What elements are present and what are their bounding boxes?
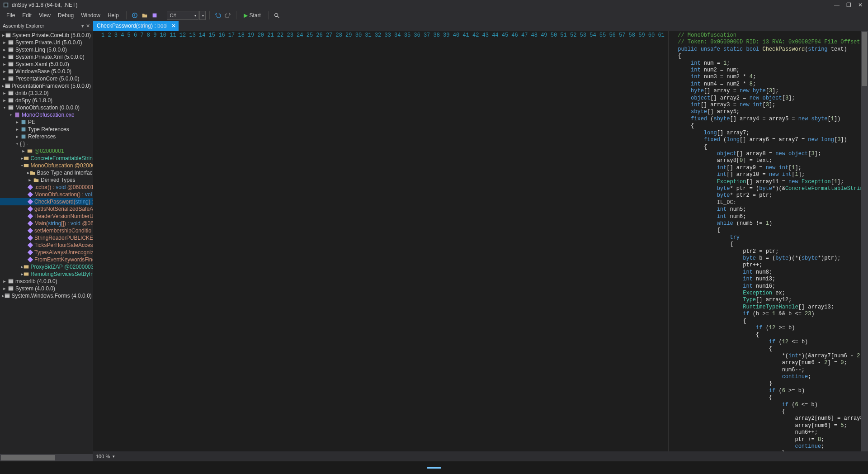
tree-item[interactable]: ▶Type References — [0, 126, 93, 133]
back-button[interactable] — [130, 11, 139, 20]
tree-item[interactable]: ▶System.Xaml (5.0.0.0) — [0, 61, 93, 68]
tree-item[interactable]: ▶ConcreteFormattableStringN — [0, 155, 93, 162]
svg-rect-33 — [24, 157, 29, 160]
menu-help[interactable]: Help — [104, 11, 123, 19]
tree-item[interactable]: ▶WindowsBase (5.0.0.0) — [0, 68, 93, 75]
tree-item[interactable]: ▶System.Private.Uri (5.0.0.0) — [0, 39, 93, 46]
tree-item[interactable]: ▶System (4.0.0.0) — [0, 285, 93, 292]
tree-item[interactable]: CheckPassword(string) : b — [0, 198, 93, 205]
tree-item[interactable]: ▶dnSpy (6.1.8.0) — [0, 97, 93, 104]
editor-vscroll[interactable] — [861, 31, 868, 451]
tree-item[interactable]: ▾MonoObfuscation @0200000 — [0, 162, 93, 169]
title-bar: dnSpy v6.1.8 (64-bit, .NET) ― ❐ ✕ — [0, 0, 868, 10]
svg-rect-51 — [9, 286, 14, 288]
tree-item[interactable]: ▶mscorlib (4.0.0.0) — [0, 278, 93, 285]
tree-item[interactable]: HeaderVersionNumberUs — [0, 213, 93, 220]
tree-item[interactable]: ▶System.Linq (5.0.0.0) — [0, 46, 93, 53]
svg-rect-13 — [9, 55, 14, 56]
svg-rect-3 — [152, 14, 156, 18]
svg-rect-45 — [28, 257, 33, 262]
tree-item[interactable]: ▶System.Private.Xml (5.0.0.0) — [0, 53, 93, 61]
svg-rect-6 — [6, 34, 11, 38]
menu-edit[interactable]: Edit — [19, 11, 35, 19]
editor-tabs: CheckPassword(string) : bool ✕ — [93, 21, 868, 31]
tab-close-icon[interactable]: ✕ — [171, 23, 176, 29]
open-button[interactable] — [140, 11, 149, 20]
svg-rect-52 — [5, 294, 10, 298]
tree-item[interactable]: .cctor() : void @06000014 — [0, 184, 93, 191]
svg-rect-44 — [28, 250, 33, 255]
tree-item[interactable]: ▶System.Private.CoreLib (5.0.0.0) — [0, 32, 93, 39]
minimize-button[interactable]: ― — [834, 2, 840, 8]
start-debug-button[interactable]: ▶Start — [240, 11, 264, 20]
language-combo[interactable]: C#▾ — [167, 11, 198, 20]
taskbar-app[interactable] — [423, 461, 445, 474]
assembly-explorer: Assembly Explorer ▾ ✕ ▶System.Private.Co… — [0, 21, 93, 461]
svg-rect-15 — [9, 62, 14, 63]
svg-rect-31 — [22, 135, 26, 139]
svg-point-4 — [275, 14, 278, 17]
zoom-level: 100 % — [96, 454, 110, 459]
tree-item[interactable]: ▶PresentationCore (5.0.0.0) — [0, 75, 93, 82]
tree-item[interactable]: setMembershipConditio — [0, 227, 93, 234]
line-gutter: 1 2 3 4 5 6 7 8 9 10 11 12 13 14 15 16 1… — [93, 31, 669, 451]
tree-item[interactable]: ▶ProxySidZAP @02000003 — [0, 263, 93, 270]
svg-rect-10 — [9, 48, 14, 52]
svg-rect-50 — [9, 287, 14, 291]
svg-rect-19 — [9, 76, 14, 78]
svg-rect-7 — [6, 33, 11, 34]
tree-item[interactable]: MonoObfuscation() : voi — [0, 191, 93, 198]
tree-item[interactable]: FromEventKeywordsFindI — [0, 256, 93, 263]
tree-item[interactable]: StringReaderPUBLICKEY( — [0, 234, 93, 242]
menu-file[interactable]: File — [3, 11, 19, 19]
save-all-button[interactable] — [150, 11, 159, 20]
sidebar-hscroll[interactable] — [0, 454, 93, 461]
tree-item[interactable]: ▾{ } - — [0, 140, 93, 147]
menu-debug[interactable]: Debug — [54, 11, 77, 19]
tree-item[interactable]: ▶Derived Types — [0, 176, 93, 184]
tree-item[interactable]: TicksPerHourSafeAccessT — [0, 242, 93, 249]
tree-item[interactable]: getIsNotSerializedSafeArr — [0, 205, 93, 213]
search-button[interactable] — [272, 11, 281, 20]
svg-rect-40 — [28, 221, 33, 226]
svg-rect-30 — [22, 128, 26, 132]
redo-button[interactable] — [223, 11, 232, 20]
tree-item[interactable]: ▾MonoObfuscation (0.0.0.0) — [0, 104, 93, 111]
tree-item[interactable]: ▶PresentationFramework (5.0.0.0) — [0, 82, 93, 90]
close-button[interactable]: ✕ — [857, 2, 863, 8]
menu-view[interactable]: View — [35, 11, 54, 19]
tree-item[interactable]: ▶References — [0, 133, 93, 140]
tree-item[interactable]: ▶System.Windows.Forms (4.0.0.0) — [0, 292, 93, 299]
code-editor[interactable]: // MonoObfuscation // Token: 0x0600000D … — [669, 31, 861, 451]
svg-rect-9 — [9, 40, 14, 42]
tree-item[interactable]: ▾MonoObfuscation.exe — [0, 111, 93, 118]
svg-rect-37 — [28, 199, 33, 204]
svg-rect-12 — [9, 56, 14, 59]
svg-rect-1 — [5, 4, 8, 7]
menu-window[interactable]: Window — [77, 11, 104, 19]
tree-item[interactable]: ▶dnlib (3.3.2.0) — [0, 90, 93, 97]
maximize-button[interactable]: ❐ — [845, 2, 852, 8]
zoom-dropdown-icon[interactable]: ▾ — [113, 454, 115, 459]
tree-item[interactable]: ▶PE — [0, 118, 93, 126]
undo-button[interactable] — [213, 11, 222, 20]
svg-rect-26 — [9, 106, 14, 110]
svg-rect-46 — [24, 265, 29, 269]
svg-rect-41 — [28, 228, 33, 233]
assembly-explorer-header: Assembly Explorer ▾ ✕ — [0, 21, 93, 31]
tree-item[interactable]: ▶Base Type and Interfaces — [0, 169, 93, 176]
svg-rect-43 — [28, 242, 33, 248]
tree-item[interactable]: Main(string[]) : void @06 — [0, 220, 93, 227]
tab-checkpassword[interactable]: CheckPassword(string) : bool ✕ — [93, 21, 179, 31]
language-dropdown[interactable]: ▾ — [199, 11, 206, 20]
tree-item[interactable]: ▶RemotingServicesSetByIndex — [0, 270, 93, 278]
svg-rect-20 — [5, 85, 10, 88]
tree-item[interactable]: TypesAlwaysUnrecognize — [0, 249, 93, 256]
tree-item[interactable]: ▶ @02000001 — [0, 147, 93, 155]
svg-rect-16 — [9, 70, 14, 74]
sidebar-dropdown-icon[interactable]: ▾ — [81, 23, 84, 29]
svg-rect-24 — [9, 99, 14, 103]
sidebar-close-icon[interactable]: ✕ — [86, 23, 90, 29]
svg-rect-23 — [9, 91, 14, 92]
window-title: dnSpy v6.1.8 (64-bit, .NET) — [12, 2, 834, 8]
